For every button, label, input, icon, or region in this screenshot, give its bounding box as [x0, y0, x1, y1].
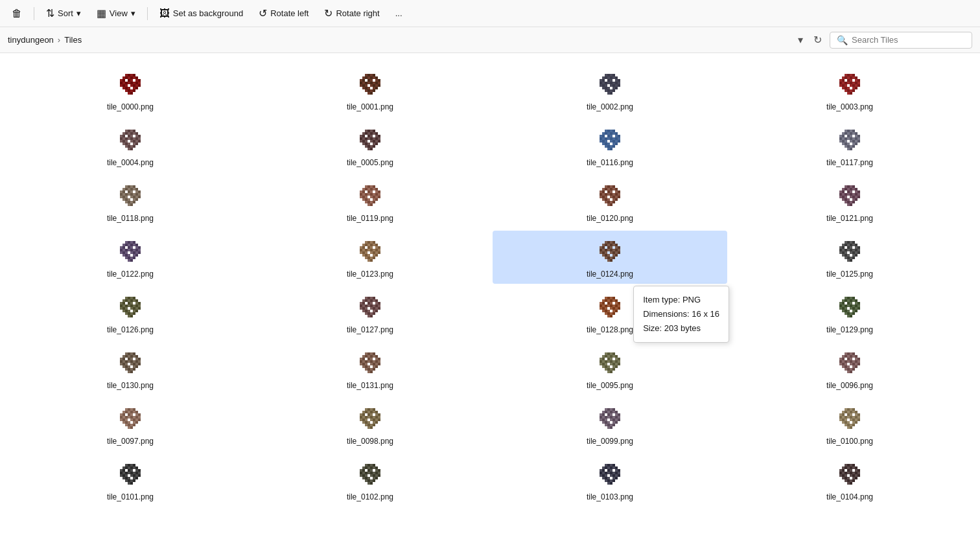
file-item[interactable]: tile_0004.png: [13, 119, 248, 172]
search-input[interactable]: [852, 35, 965, 45]
svg-rect-1039: [122, 421, 125, 424]
file-item[interactable]: tile_0101.png: [13, 454, 248, 507]
file-item[interactable]: tile_0120.png: [493, 175, 727, 228]
svg-rect-164: [850, 89, 852, 92]
svg-rect-1099: [610, 411, 612, 413]
file-item[interactable]: tile_0119.png: [253, 175, 487, 228]
svg-rect-806: [852, 299, 855, 302]
svg-rect-1203: [130, 474, 133, 477]
svg-rect-388: [360, 190, 362, 193]
file-item[interactable]: tile_0103.png: [493, 454, 727, 507]
svg-rect-63: [373, 82, 375, 84]
svg-rect-190: [135, 137, 138, 140]
file-item[interactable]: tile_0127.png: [253, 286, 487, 339]
file-item[interactable]: tile_0123.png: [253, 231, 487, 284]
file-item[interactable]: tile_0102.png: [253, 454, 487, 507]
file-item[interactable]: tile_0125.png: [732, 231, 967, 284]
svg-rect-637: [850, 244, 852, 246]
svg-rect-202: [133, 143, 135, 145]
svg-rect-1019: [122, 413, 125, 416]
svg-rect-727: [370, 302, 373, 305]
more-button[interactable]: ...: [389, 5, 409, 21]
file-item[interactable]: tile_0130.png: [13, 342, 248, 395]
svg-rect-665: [855, 254, 858, 257]
svg-rect-1079: [375, 419, 378, 421]
svg-rect-454: [612, 198, 615, 201]
dropdown-button[interactable]: ▾: [795, 31, 806, 49]
refresh-button[interactable]: ↻: [811, 31, 824, 49]
svg-rect-277: [602, 140, 605, 143]
svg-rect-6: [128, 76, 130, 79]
file-item[interactable]: tile_0118.png: [13, 175, 248, 228]
svg-rect-30: [138, 84, 141, 87]
svg-rect-193: [122, 140, 125, 143]
file-item[interactable]: tile_0098.png: [253, 398, 487, 451]
file-item[interactable]: tile_0116.png: [493, 119, 727, 172]
rotate-right-button[interactable]: ↻ Rotate right: [318, 4, 386, 23]
delete-button[interactable]: 🗑: [5, 5, 29, 23]
file-item[interactable]: tile_0096.png: [732, 342, 967, 395]
file-thumbnail: [834, 69, 865, 100]
file-item[interactable]: tile_0124.png Item type: PNG Dimensions:…: [493, 231, 727, 284]
svg-rect-554: [373, 244, 375, 246]
file-item[interactable]: tile_0131.png: [253, 342, 487, 395]
svg-rect-1272: [607, 469, 610, 472]
svg-rect-639: [855, 244, 858, 246]
file-item[interactable]: tile_0000.png: [13, 63, 248, 117]
file-item[interactable]: tile_0001.png: [253, 63, 487, 117]
svg-rect-275: [618, 137, 620, 140]
svg-rect-384: [368, 188, 370, 190]
file-item[interactable]: tile_0122.png: [13, 231, 248, 284]
file-item[interactable]: tile_0099.png: [493, 398, 727, 451]
svg-rect-592: [602, 244, 605, 246]
sort-button[interactable]: ⇅ Sort ▾: [40, 4, 88, 23]
svg-rect-1112: [610, 416, 612, 419]
file-item[interactable]: tile_0117.png: [732, 119, 967, 172]
file-item[interactable]: tile_0005.png: [253, 119, 487, 172]
view-button[interactable]: ▦ View ▾: [90, 4, 142, 23]
file-name: tile_0098.png: [347, 437, 393, 446]
svg-rect-864: [120, 363, 122, 365]
svg-rect-390: [368, 190, 370, 193]
set-background-button[interactable]: 🖼 Set as background: [153, 5, 250, 23]
svg-rect-503: [850, 203, 852, 206]
svg-rect-874: [133, 365, 135, 368]
rotate-left-button[interactable]: ↺ Rotate left: [252, 4, 315, 23]
svg-rect-236: [365, 140, 368, 143]
svg-rect-128: [850, 74, 852, 76]
svg-rect-1021: [130, 413, 133, 416]
svg-rect-1337: [855, 477, 858, 479]
svg-rect-284: [605, 143, 607, 145]
svg-rect-500: [850, 201, 852, 203]
svg-rect-291: [612, 145, 615, 148]
svg-rect-885: [373, 352, 375, 355]
svg-rect-1197: [133, 472, 135, 474]
svg-rect-171: [133, 130, 135, 132]
file-item[interactable]: tile_0126.png: [13, 286, 248, 339]
svg-rect-720: [368, 299, 370, 302]
file-thumbnail: [115, 292, 146, 323]
file-item[interactable]: tile_0003.png: [732, 63, 967, 117]
svg-rect-1036: [133, 419, 135, 421]
svg-rect-928: [602, 355, 605, 358]
file-item[interactable]: tile_0095.png: [493, 342, 727, 395]
svg-rect-831: [847, 310, 850, 312]
svg-rect-927: [612, 352, 615, 355]
file-item[interactable]: tile_0104.png: [732, 454, 967, 507]
file-item[interactable]: tile_0128.png: [493, 286, 727, 339]
svg-rect-1220: [370, 464, 373, 466]
svg-rect-79: [368, 89, 370, 92]
file-item[interactable]: tile_0097.png: [13, 398, 248, 451]
file-item[interactable]: tile_0100.png: [732, 398, 967, 451]
svg-rect-853: [130, 358, 133, 360]
breadcrumb-parent[interactable]: tinydungeon: [8, 35, 54, 45]
svg-rect-400: [375, 193, 378, 196]
file-item[interactable]: tile_0129.png: [732, 286, 967, 339]
svg-rect-550: [362, 244, 365, 246]
svg-rect-422: [610, 185, 612, 188]
file-item[interactable]: tile_0002.png: [493, 63, 727, 117]
svg-rect-686: [135, 302, 138, 305]
svg-rect-65: [378, 82, 380, 84]
file-item[interactable]: tile_0121.png: [732, 175, 967, 228]
svg-rect-1331: [855, 474, 858, 477]
